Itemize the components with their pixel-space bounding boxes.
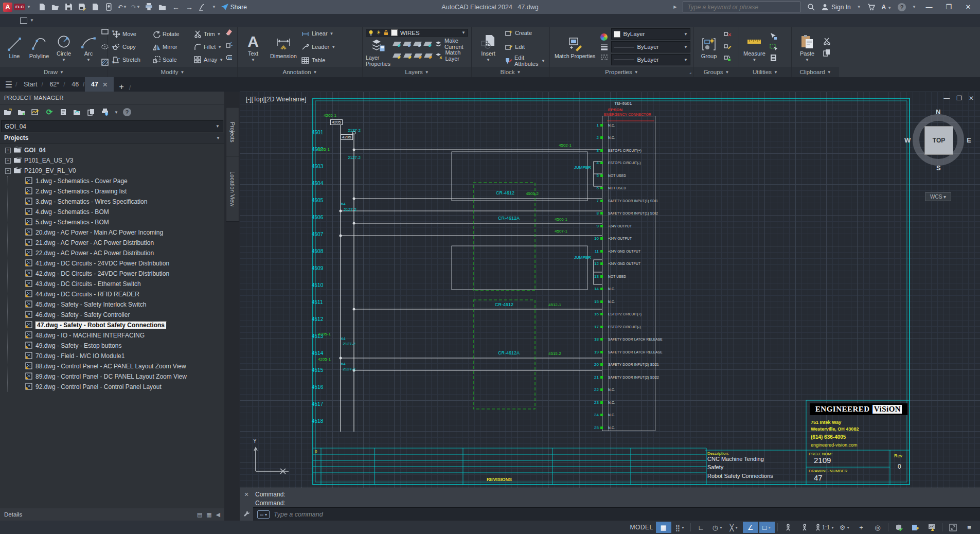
linear-dimension-tool[interactable]: Linear▼ — [301, 27, 335, 40]
annotation-panel-label[interactable]: Annotation▼ — [238, 67, 362, 77]
scale-tool[interactable]: Scale — [152, 54, 193, 66]
viewport-controls[interactable]: [-][Top][2D Wireframe] — [246, 96, 306, 103]
project-task-list-button[interactable] — [59, 108, 68, 117]
table-tool[interactable]: Table — [301, 54, 335, 66]
layer-lock-tool[interactable] — [424, 40, 431, 48]
help-button[interactable]: ? — [898, 3, 906, 11]
lineweight-combo[interactable]: ByLayer▼ — [611, 41, 690, 52]
expand-icon[interactable]: + — [5, 148, 11, 153]
wcs-menu[interactable]: WCS ▾ — [925, 192, 951, 201]
layer-unlock-tool[interactable] — [415, 51, 421, 60]
drawing-tree-item[interactable]: 48.dwg - IO - MACHINE INTERFACING — [25, 330, 224, 341]
refresh-drawing-list-button[interactable] — [73, 108, 82, 117]
project-node[interactable]: + P101_EA_US_V3 — [0, 155, 224, 166]
open-project-button[interactable] — [3, 108, 12, 117]
layer-thaw-tool[interactable] — [404, 51, 411, 60]
drawing-tab[interactable]: 62*✕ — [43, 77, 65, 92]
isolate-objects-button[interactable]: ◎ — [870, 522, 885, 533]
annotation-scale-button[interactable]: 1:1▼ — [813, 522, 836, 533]
modify-panel-label[interactable]: Modify▼ — [108, 67, 237, 77]
isometric-drafting-toggle[interactable]: ╳▼ — [726, 522, 742, 533]
drawing-tree-item[interactable]: 43.dwg - DC Circuits - Ethernet Switch — [25, 279, 224, 289]
trim-tool[interactable]: Trim▼ — [193, 28, 221, 40]
fillet-tool[interactable]: Fillet▼ — [193, 41, 222, 53]
leader-tool[interactable]: Leader▼ — [301, 41, 335, 53]
project-node-expanded[interactable]: − P2109_EV_RL_V0 — [0, 166, 224, 176]
layer-walk-tool[interactable] — [425, 51, 432, 60]
drawing-tree-item[interactable]: 70.dwg - Field - M/C IO Module1 — [25, 351, 224, 361]
drawing-tree-item[interactable]: 3.dwg - Schematics - Wires Specification — [25, 197, 224, 207]
qat-customize-dropdown[interactable]: ▼ — [212, 5, 216, 9]
markup-import-button[interactable] — [199, 3, 207, 11]
share-button[interactable]: Share — [221, 4, 247, 11]
viewcube-north[interactable]: N — [936, 108, 940, 116]
cut-tool[interactable] — [823, 37, 831, 45]
object-snap-tracking-toggle[interactable]: ∠ — [743, 522, 758, 533]
toolbar-more-dropdown[interactable]: ▼ — [114, 110, 118, 115]
drawing-canvas[interactable]: [-][Top][2D Wireframe] — ❐ ✕ TOP N W E S… — [240, 92, 980, 488]
minimize-button[interactable]: — — [922, 3, 936, 11]
ribbon-options-button[interactable]: ▼ — [13, 14, 41, 27]
annotation-monitor-button[interactable]: + — [853, 522, 869, 533]
drawing-tree-item[interactable]: 21.dwg - AC Power - AC Power Distributio… — [25, 238, 224, 248]
data-status-button[interactable] — [891, 522, 906, 533]
command-input[interactable]: Type a command — [274, 511, 323, 518]
drawing-tree-item[interactable]: 89.dwg - Control Panel - DC PANEL Layout… — [25, 371, 224, 382]
clean-screen-button[interactable] — [945, 522, 960, 533]
refresh-project-button[interactable]: ⟳ — [45, 108, 54, 117]
workspace-switching-button[interactable]: ⚙▼ — [837, 522, 852, 533]
palette-tab-projects[interactable]: Projects — [226, 107, 239, 157]
properties-panel-label[interactable]: Properties▼⌟ — [550, 67, 693, 77]
sign-in-button[interactable]: Sign In — [821, 3, 850, 11]
drawing-tree-item[interactable]: 4.dwg - Schematics - BOM — [25, 207, 224, 217]
projects-section-header[interactable]: Projects▼ — [0, 133, 224, 144]
help-dropdown[interactable]: ▼ — [912, 5, 916, 9]
details-panel-icon[interactable]: ▤ — [197, 511, 202, 518]
group-selection-toggle[interactable] — [723, 54, 732, 62]
collapse-details-icon[interactable]: ◀ — [216, 511, 220, 518]
search-icon[interactable] — [807, 3, 815, 11]
sheet-set-manager-button[interactable] — [158, 3, 167, 11]
array-tool[interactable]: Array▼ — [193, 54, 223, 66]
drawing-tree-item[interactable]: 20.dwg - AC Power - Main AC Power Incomi… — [25, 227, 224, 238]
match-properties-button[interactable]: Match Properties — [553, 34, 597, 59]
annotation-visibility-toggle[interactable] — [780, 522, 796, 533]
quick-calculator-tool[interactable] — [770, 54, 778, 62]
publish-button[interactable] — [86, 108, 96, 117]
doc-close-icon[interactable]: ✕ — [969, 95, 974, 102]
edit-block-button[interactable]: Edit — [505, 41, 545, 53]
drawing-tab[interactable]: 47✕ — [85, 77, 114, 92]
restore-button[interactable]: ❐ — [942, 3, 955, 11]
undo-button[interactable]: ↶▼ — [118, 3, 127, 11]
drawing-tree-item[interactable]: 88.dwg - Control Panel - AC PANEL Layout… — [25, 361, 224, 371]
close-tab-icon[interactable]: ✕ — [102, 81, 108, 88]
palette-tab-location-view[interactable]: Location View — [226, 156, 239, 222]
doc-restore-icon[interactable]: ❐ — [956, 95, 962, 102]
autodesk-app-button[interactable]: A ▼ — [882, 4, 892, 11]
rotate-tool[interactable]: Rotate — [152, 28, 193, 40]
drawing-tree-item[interactable]: 45.dwg - Safety - Safety Interlock Switc… — [25, 299, 224, 310]
block-panel-label[interactable]: Block▼ — [472, 67, 549, 77]
active-project-combo[interactable]: GOI_04▼ — [1, 120, 223, 132]
layer-combo[interactable]: ☀ WIRES ▼ — [366, 29, 468, 37]
autoscale-toggle[interactable] — [797, 522, 812, 533]
dimension-tool[interactable]: Dimension — [269, 34, 298, 59]
drawing-tree-item[interactable]: 92.dwg - Control Panel - Control Panel L… — [25, 382, 224, 392]
drawing-tree-item[interactable]: 5.dwg - Schematics - BOM — [25, 217, 224, 227]
save-button[interactable] — [65, 3, 73, 11]
circle-tool[interactable]: Circle▼ — [51, 32, 76, 62]
drawing-tree-item[interactable]: 46.dwg - Safety - Safety Controller — [25, 310, 224, 320]
move-tool[interactable]: Move — [112, 28, 152, 40]
open-from-mobile-button[interactable] — [105, 3, 113, 11]
group-button[interactable]: Group — [697, 34, 721, 59]
grid-toggle[interactable]: ▦ — [656, 522, 671, 533]
viewcube[interactable]: TOP N W E S — [908, 110, 968, 170]
model-space-button[interactable]: MODEL — [629, 522, 655, 533]
copy-tool[interactable]: Copy — [112, 41, 152, 53]
details-bar[interactable]: Details ▤▦◀ — [0, 508, 224, 521]
copy-clip-tool[interactable] — [823, 48, 831, 57]
paste-button[interactable]: Paste▼ — [795, 32, 819, 62]
tab-overflow-menu[interactable]: ☰ — [0, 77, 17, 92]
drawing-tree-item[interactable]: 47.dwg - Safety - Robot Safety Connectio… — [25, 320, 224, 330]
text-tool[interactable]: A Text▼ — [241, 32, 265, 62]
